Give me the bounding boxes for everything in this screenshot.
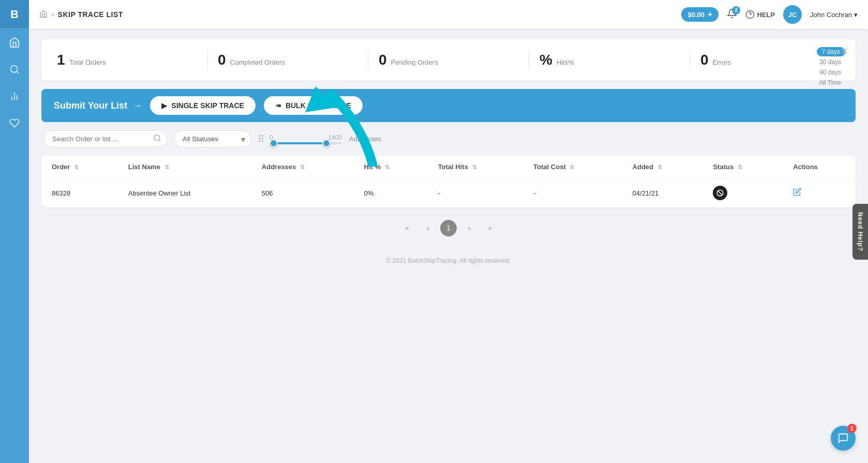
notifications-button[interactable]: 2 [727,8,737,21]
svg-line-12 [718,191,722,195]
sidebar: B [0,0,29,463]
cell-list-name: Absentee Owner List [118,178,251,208]
table-row: 86328 Absentee Owner List 506 0% - - 04/… [41,178,856,208]
balance-button[interactable]: $0.00 + [681,7,719,22]
pagination-last[interactable]: » [482,220,498,236]
filters-row: All Statuses Completed Pending Error ▾ ⠿… [41,130,856,147]
range-thumb-right[interactable] [322,139,331,147]
cell-addresses: 506 [251,178,354,208]
pagination-first[interactable]: « [399,220,415,236]
errors-label: Errors [713,58,731,66]
breadcrumb: > SKIP TRACE LIST [39,10,681,20]
need-help-button[interactable]: Need Help? [852,203,868,259]
orders-table: Order ⇅ List Name ⇅ Addresses ⇅ Hit % ⇅ … [41,156,856,207]
username-display[interactable]: John Cochran ▾ [810,11,858,19]
footer: © 2021 BatchSkipTracing. All rights rese… [41,249,856,277]
range-grip-icon: ⠿ [258,133,264,145]
sidebar-item-chart[interactable] [3,85,26,108]
pagination-prev[interactable]: ‹ [420,220,436,236]
avatar: JC [783,5,802,24]
sort-totalhits-icon: ⇅ [472,164,477,170]
completed-orders-value: 0 [218,52,226,68]
submit-section: Submit Your List → ▶ SINGLE SKIP TRACE ↠… [41,89,856,122]
completed-orders-label: Completed Orders [230,58,285,66]
sort-addresses-icon: ⇅ [300,164,305,170]
stat-total-orders: 1 Total Orders [57,52,197,68]
svg-point-9 [154,135,160,141]
sidebar-item-favorites[interactable] [3,112,26,135]
col-actions: Actions [783,156,856,178]
sort-listname-icon: ⇅ [164,164,169,170]
cell-order: 86328 [41,178,118,208]
cell-total-hits: - [428,178,523,208]
single-skip-trace-button[interactable]: ▶ SINGLE SKIP TRACE [150,96,256,115]
submit-arrow-icon: → [132,100,142,111]
sort-totalcost-icon: ⇅ [570,164,574,170]
add-funds-icon: + [708,10,712,19]
address-range-filter: ⠿ 0 1400 Addresses [258,133,381,145]
sort-status-icon: ⇅ [738,164,742,170]
hits-pct-label: Hits% [557,58,574,66]
pending-orders-label: Pending Orders [391,58,438,66]
cell-hit-pct: 0% [354,178,428,208]
stats-bar: 1 Total Orders 0 Completed Orders 0 Pend… [41,39,856,81]
col-total-hits[interactable]: Total Hits ⇅ [428,156,523,178]
pagination-current[interactable]: 1 [440,220,457,236]
stat-divider-4 [690,50,690,70]
main-content: 1 Total Orders 0 Completed Orders 0 Pend… [29,0,868,463]
col-hit-pct[interactable]: Hit % ⇅ [354,156,428,178]
range-track [270,142,342,144]
addresses-label: Addresses [349,135,381,143]
col-status[interactable]: Status ⇅ [702,156,783,178]
sort-added-icon: ⇅ [657,164,662,170]
cell-added: 04/21/21 [622,178,703,208]
search-wrap [43,130,168,147]
col-addresses[interactable]: Addresses ⇅ [251,156,354,178]
sidebar-item-home[interactable] [3,31,26,54]
stat-hits-pct: % Hits% [540,52,679,68]
stat-pending-orders: 0 Pending Orders [379,52,518,68]
col-order[interactable]: Order ⇅ [41,156,118,178]
status-filter[interactable]: All Statuses Completed Pending Error [174,130,251,147]
col-total-cost[interactable]: Total Cost ⇅ [523,156,622,178]
status-select-wrap: All Statuses Completed Pending Error ▾ [174,130,251,147]
chat-badge: 1 [847,424,857,433]
date-alltime[interactable]: All Time [815,78,845,87]
close-filter-icon[interactable]: ✕ [841,46,848,57]
sidebar-item-search[interactable] [3,58,26,81]
cell-status [702,178,783,208]
app-logo[interactable]: B [0,0,29,29]
pagination-next[interactable]: › [461,220,477,236]
pagination: « ‹ 1 › » [41,207,856,249]
single-trace-icon: ▶ [161,101,167,110]
bulk-skip-trace-button[interactable]: ↠ BULK SKIP TRACE [264,96,363,115]
errors-value: 0 [700,52,709,68]
svg-line-1 [17,71,19,73]
hits-pct-value: % [540,52,552,68]
stat-divider-2 [368,50,368,70]
content-area: 1 Total Orders 0 Completed Orders 0 Pend… [29,29,868,287]
bulk-trace-icon: ↠ [275,101,281,110]
stat-divider-3 [529,50,529,70]
range-thumb-left[interactable] [270,139,278,147]
total-orders-label: Total Orders [69,58,106,66]
svg-line-10 [159,140,160,141]
stat-completed-orders: 0 Completed Orders [218,52,357,68]
search-input[interactable] [43,130,168,147]
submit-label: Submit Your List → [54,100,142,111]
date-90days[interactable]: 90 days [815,68,845,77]
date-30days[interactable]: 30 days [815,57,845,67]
home-icon[interactable] [39,10,48,20]
edit-action-icon[interactable] [793,189,801,198]
pending-orders-value: 0 [379,52,387,68]
chat-button[interactable]: 1 [831,426,856,451]
col-added[interactable]: Added ⇅ [622,156,703,178]
notification-badge: 2 [732,6,740,14]
col-list-name[interactable]: List Name ⇅ [118,156,251,178]
help-button[interactable]: HELP [745,10,775,19]
cell-total-cost: - [523,178,622,208]
topnav-actions: $0.00 + 2 HELP JC John Cochran ▾ [681,5,858,24]
balance-value: $0.00 [687,11,705,19]
table-body: 86328 Absentee Owner List 506 0% - - 04/… [41,178,856,208]
page-title: SKIP TRACE LIST [58,10,123,19]
